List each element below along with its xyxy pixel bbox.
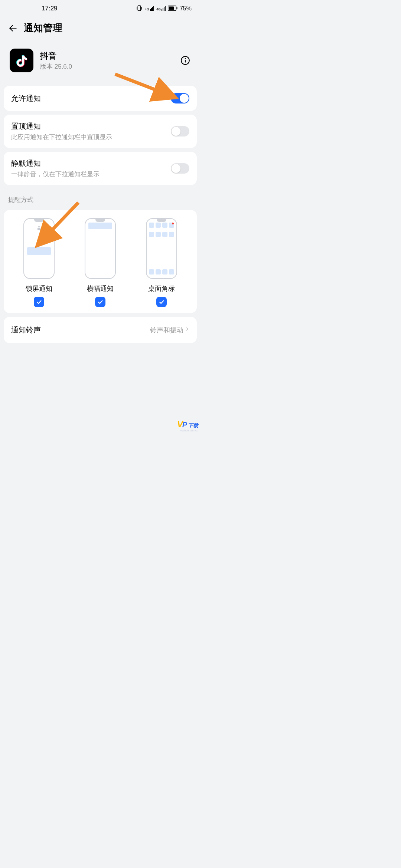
allow-notification-row[interactable]: 允许通知	[4, 86, 197, 111]
reminder-option-banner[interactable]: 横幅通知	[72, 218, 129, 307]
silent-notification-label: 静默通知	[11, 158, 41, 168]
app-info-block: 抖音 版本 25.6.0	[0, 42, 200, 82]
reminder-option-label: 锁屏通知	[26, 284, 52, 293]
badge-illustration	[146, 218, 177, 279]
lock-icon	[36, 226, 42, 232]
status-time: 17:29	[42, 5, 58, 12]
reminder-option-checkbox[interactable]	[95, 297, 105, 307]
vibrate-icon	[136, 5, 143, 13]
reminder-style-card: 锁屏通知 横幅通知	[4, 210, 197, 313]
allow-notification-card: 允许通知	[4, 86, 197, 111]
pin-notification-toggle[interactable]	[171, 126, 189, 137]
allow-notification-toggle[interactable]	[171, 93, 189, 103]
battery-percent: 75%	[180, 5, 192, 12]
page-title: 通知管理	[24, 22, 62, 34]
svg-point-7	[185, 58, 186, 59]
signal-1-icon: 4G	[145, 6, 154, 11]
reminder-option-lockscreen[interactable]: 锁屏通知	[10, 218, 68, 307]
reminder-option-checkbox[interactable]	[34, 297, 44, 307]
page-header: 通知管理	[0, 17, 200, 42]
app-version-label: 版本 25.6.0	[40, 62, 180, 71]
app-name-label: 抖音	[40, 50, 180, 62]
svg-rect-2	[169, 6, 174, 10]
ringtone-value: 铃声和振动	[150, 326, 183, 335]
silent-notification-card: 静默通知 一律静音，仅在下拉通知栏显示	[4, 152, 197, 185]
signal-2-icon: 4G	[156, 6, 166, 11]
chevron-right-icon	[185, 326, 189, 334]
status-bar: 17:29 4G 4G 75%	[0, 0, 200, 17]
svg-rect-0	[138, 6, 141, 11]
svg-rect-8	[38, 228, 40, 230]
banner-illustration	[85, 218, 116, 279]
pin-notification-row[interactable]: 置顶通知 此应用通知在下拉通知栏中置顶显示	[4, 115, 197, 148]
reminder-option-checkbox[interactable]	[156, 297, 167, 307]
reminder-option-badge[interactable]: 桌面角标	[133, 218, 190, 307]
pin-notification-label: 置顶通知	[11, 121, 41, 131]
back-button[interactable]	[7, 23, 19, 34]
app-icon	[10, 49, 33, 72]
ringtone-label: 通知铃声	[11, 325, 41, 335]
allow-notification-label: 允许通知	[11, 93, 41, 103]
reminder-option-label: 横幅通知	[87, 284, 114, 293]
lockscreen-illustration	[23, 218, 55, 279]
pin-notification-card: 置顶通知 此应用通知在下拉通知栏中置顶显示	[4, 115, 197, 148]
silent-notification-row[interactable]: 静默通知 一律静音，仅在下拉通知栏显示	[4, 152, 197, 185]
reminder-option-label: 桌面角标	[148, 284, 175, 293]
pin-notification-sub: 此应用通知在下拉通知栏中置顶显示	[11, 133, 138, 141]
watermark: V P 下载 viphuiyuan.cc	[157, 419, 198, 432]
app-info-button[interactable]	[180, 55, 191, 66]
ringtone-row[interactable]: 通知铃声 铃声和振动	[4, 317, 197, 343]
silent-notification-sub: 一律静音，仅在下拉通知栏显示	[11, 170, 125, 178]
silent-notification-toggle[interactable]	[171, 163, 189, 174]
reminder-section-label: 提醒方式	[0, 189, 200, 206]
ringtone-card: 通知铃声 铃声和振动	[4, 317, 197, 343]
battery-icon	[168, 6, 177, 12]
svg-rect-3	[176, 7, 177, 9]
